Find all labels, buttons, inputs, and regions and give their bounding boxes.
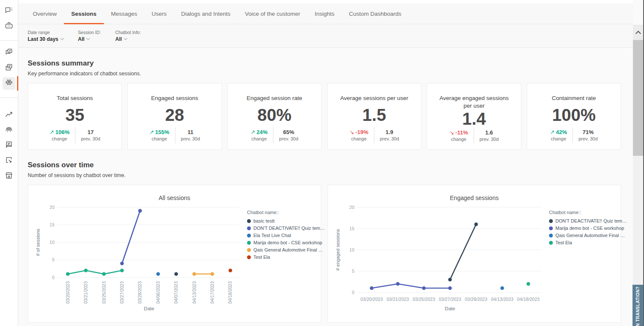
trend-arrow-icon: ↗ (149, 129, 154, 135)
svg-text:0: 0 (52, 275, 55, 280)
legend-item[interactable]: Test Ela (247, 255, 319, 260)
date-range-dropdown[interactable]: Last 30 days (28, 36, 63, 42)
tab-users[interactable]: Users (144, 3, 174, 24)
trend-arrow-icon: ↘ (349, 129, 354, 135)
tab-insights[interactable]: Insights (308, 3, 342, 24)
sidebar: </> (0, 0, 18, 326)
legend-item[interactable]: Qais General Automotive Final … (549, 233, 621, 238)
sidebar-item-code-widget[interactable]: </> (3, 20, 15, 33)
svg-text:Date: Date (445, 306, 455, 311)
main-area: OverviewSessionsMessagesUsersDialogs and… (18, 0, 633, 326)
chevron-down-icon (60, 37, 64, 40)
chart-legend: Chatbot name::basic testtDON'T DEACTIVAT… (247, 203, 319, 313)
kpi-value: 28 (165, 106, 184, 123)
engaged-sessions-line-chart[interactable]: 05101520# engaged sessions03/20/202303/2… (334, 203, 549, 313)
chatbot-info-dropdown[interactable]: All (115, 36, 141, 42)
svg-text:5: 5 (352, 269, 354, 274)
kpi-row: Total sessions 35 ↗106% change 17 prev. … (28, 83, 621, 150)
legend-dot-icon (549, 219, 553, 223)
session-id-dropdown[interactable]: All (78, 36, 101, 42)
legend-item[interactable]: Qais General Automotive Final … (247, 247, 319, 252)
svg-text:03/20/2023: 03/20/2023 (360, 297, 383, 302)
sidebar-divider (0, 40, 18, 41)
svg-text:03/28/2023: 03/28/2023 (465, 297, 488, 302)
legend-dot-icon (247, 255, 251, 259)
dotted-divider (75, 128, 75, 143)
svg-text:0: 0 (352, 290, 354, 295)
sidebar-item-trends[interactable] (3, 109, 15, 121)
scrollbar-thumb[interactable] (633, 40, 643, 156)
svg-text:04/17/2023: 04/17/2023 (210, 281, 215, 304)
legend-dot-icon (247, 219, 251, 223)
svg-text:03/27/2023: 03/27/2023 (439, 297, 461, 302)
translation-feedback-tab[interactable]: N TRANSLATION? (632, 285, 643, 326)
tab-messages[interactable]: Messages (104, 3, 145, 24)
sessions-over-time-title: Sessions over time (28, 161, 621, 169)
chat-bubble-more-icon (5, 6, 13, 16)
kpi-card: Average sessions per user 1.5 ↘-19% chan… (327, 83, 421, 150)
sidebar-item-chat-review[interactable] (3, 46, 15, 59)
trend-arrow-icon: ↗ (49, 129, 54, 135)
tab-overview[interactable]: Overview (26, 3, 64, 24)
legend-item[interactable]: Marija demo bot - CSE workshop (247, 240, 319, 245)
sessions-over-time-subtitle: Number of sessions by chatbot over time. (28, 172, 621, 178)
sidebar-item-exit-points[interactable] (3, 154, 15, 167)
kpi-value: 1.4 (462, 110, 486, 127)
filter-session-id: Session ID: All (78, 30, 101, 42)
legend-dot-icon (247, 241, 251, 245)
trend-arrow-icon: ↗ (550, 129, 555, 135)
scroll-to-top-button[interactable] (633, 25, 643, 40)
legend-item[interactable]: basic testt (247, 218, 319, 223)
book-icon (5, 140, 13, 151)
legend-item[interactable]: Ela Test Live Chat (247, 233, 319, 238)
legend-item[interactable]: DON'T DEACTIVATE!! Quiz tem… (247, 226, 319, 231)
kpi-title: Containment rate (544, 94, 604, 102)
tab-dialogs-and-intents[interactable]: Dialogs and Intents (174, 3, 238, 24)
legend-dot-icon (549, 241, 553, 245)
kpi-value: 1.5 (362, 106, 386, 123)
sidebar-item-chatbot-analytics[interactable] (3, 77, 15, 90)
chart-title: Engaged sessions (328, 194, 621, 201)
legend-item[interactable]: Test Ela (549, 240, 621, 245)
page-content: Sessions summary Key performance indicat… (18, 48, 633, 326)
svg-text:20: 20 (349, 205, 354, 210)
legend-item[interactable]: DON'T DEACTIVATE!! Quiz tem… (549, 218, 621, 223)
sidebar-divider (0, 97, 18, 98)
sidebar-item-audience[interactable] (3, 124, 15, 137)
kpi-previous: 65% prev. 30d (279, 129, 298, 141)
svg-text:03/27/2023: 03/27/2023 (119, 281, 124, 304)
legend-title: Chatbot name:: (247, 210, 319, 215)
legend-item[interactable]: Marija demo bot - CSE workshop (549, 226, 621, 231)
robot-icon (5, 78, 13, 89)
tab-sessions[interactable]: Sessions (64, 3, 104, 24)
kpi-value: 100% (552, 106, 595, 123)
kpi-change: ↗106% change (49, 129, 69, 141)
kpi-previous: 17 prev. 30d (81, 129, 100, 141)
stacked-documents-icon (5, 63, 13, 73)
svg-text:03/20/2023: 03/20/2023 (65, 281, 70, 304)
flag-cursor-icon (5, 156, 13, 166)
svg-text:# of sessions: # of sessions (35, 229, 40, 256)
kpi-card: Engaged sessions 28 ↗155% change 11 prev… (127, 83, 221, 150)
sidebar-item-conversations[interactable] (3, 5, 15, 17)
sidebar-item-documents[interactable] (3, 62, 15, 74)
kpi-card: Average engaged sessions per user 1.4 ↘-… (427, 83, 521, 150)
sidebar-item-storefront[interactable] (3, 170, 15, 183)
charts-row: All sessions 05101520# of sessions03/20/… (28, 185, 621, 323)
tab-custom-dashboards[interactable]: Custom Dashboards (342, 3, 408, 24)
kpi-title: Engaged sessions (144, 94, 206, 102)
svg-text:04/13/2023: 04/13/2023 (491, 297, 514, 302)
tab-voice-of-the-customer[interactable]: Voice of the customer (238, 3, 308, 24)
tab-bar: OverviewSessionsMessagesUsersDialogs and… (18, 3, 633, 24)
kpi-previous: 11 prev. 30d (181, 129, 200, 141)
engaged-sessions-chart-card: Engaged sessions 05101520# engaged sessi… (328, 185, 621, 323)
all-sessions-line-chart[interactable]: 05101520# of sessions03/20/202303/21/202… (34, 203, 247, 313)
line-chart-icon (5, 110, 13, 120)
kpi-previous: 71% prev. 30d (578, 129, 598, 141)
legend-dot-icon (247, 248, 251, 252)
chevron-down-icon (86, 37, 90, 40)
chart-legend: Chatbot name::DON'T DEACTIVATE!! Quiz te… (549, 203, 621, 313)
sidebar-item-knowledge-base[interactable] (3, 139, 15, 152)
kpi-title: Engaged session rate (239, 94, 310, 102)
dotted-divider (474, 128, 474, 143)
